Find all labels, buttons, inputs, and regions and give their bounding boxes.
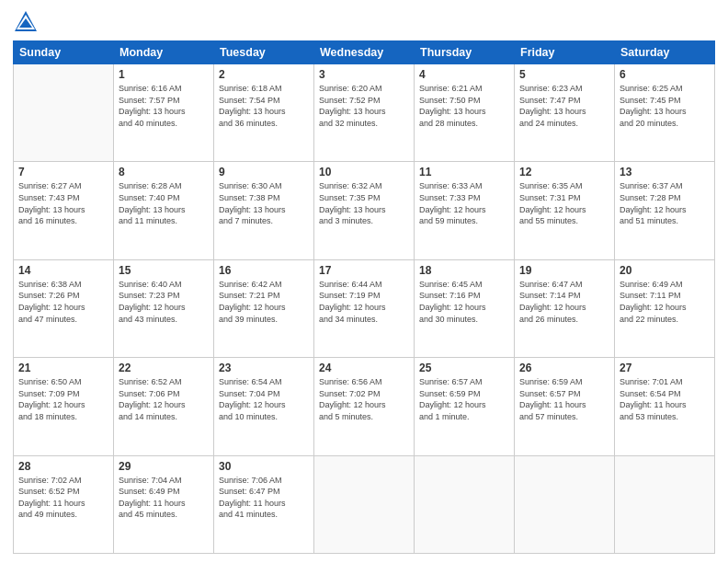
cell-text: Sunrise: 6:30 AM Sunset: 7:38 PM Dayligh… [219, 180, 309, 226]
weekday-header-tuesday: Tuesday [214, 41, 314, 64]
day-number: 24 [319, 362, 409, 374]
day-number: 5 [519, 68, 609, 81]
day-number: 17 [319, 264, 409, 277]
calendar-cell: 10Sunrise: 6:32 AM Sunset: 7:35 PM Dayli… [314, 162, 415, 259]
calendar-cell: 22Sunrise: 6:52 AM Sunset: 7:06 PM Dayli… [114, 358, 214, 455]
day-number: 10 [319, 166, 409, 178]
day-number: 15 [119, 264, 209, 277]
logo [13, 9, 42, 35]
day-number: 21 [18, 362, 108, 374]
day-number: 1 [119, 68, 209, 81]
calendar-cell: 6Sunrise: 6:25 AM Sunset: 7:45 PM Daylig… [615, 64, 715, 162]
calendar-cell: 12Sunrise: 6:35 AM Sunset: 7:31 PM Dayli… [515, 162, 615, 259]
cell-text: Sunrise: 6:27 AM Sunset: 7:43 PM Dayligh… [18, 180, 108, 226]
calendar-cell [615, 455, 715, 553]
week-row-1: 1Sunrise: 6:16 AM Sunset: 7:57 PM Daylig… [14, 64, 715, 162]
day-number: 4 [419, 68, 509, 81]
calendar-cell: 20Sunrise: 6:49 AM Sunset: 7:11 PM Dayli… [615, 259, 715, 357]
calendar-cell: 23Sunrise: 6:54 AM Sunset: 7:04 PM Dayli… [214, 358, 314, 455]
cell-text: Sunrise: 6:44 AM Sunset: 7:19 PM Dayligh… [319, 279, 409, 325]
calendar-cell [515, 455, 615, 553]
calendar-cell: 14Sunrise: 6:38 AM Sunset: 7:26 PM Dayli… [14, 259, 114, 357]
weekday-header-friday: Friday [515, 41, 615, 64]
day-number: 20 [620, 264, 710, 277]
calendar-cell [14, 64, 114, 162]
day-number: 26 [519, 362, 609, 374]
calendar-cell: 11Sunrise: 6:33 AM Sunset: 7:33 PM Dayli… [415, 162, 515, 259]
calendar-cell: 25Sunrise: 6:57 AM Sunset: 6:59 PM Dayli… [415, 358, 515, 455]
calendar-cell: 30Sunrise: 7:06 AM Sunset: 6:47 PM Dayli… [214, 455, 314, 553]
day-number: 27 [620, 362, 710, 374]
calendar-cell: 15Sunrise: 6:40 AM Sunset: 7:23 PM Dayli… [114, 259, 214, 357]
week-row-5: 28Sunrise: 7:02 AM Sunset: 6:52 PM Dayli… [14, 455, 715, 553]
weekday-header-wednesday: Wednesday [314, 41, 415, 64]
weekday-header-row: SundayMondayTuesdayWednesdayThursdayFrid… [14, 41, 715, 64]
cell-text: Sunrise: 6:50 AM Sunset: 7:09 PM Dayligh… [18, 376, 108, 422]
weekday-header-saturday: Saturday [615, 41, 715, 64]
day-number: 2 [219, 68, 309, 81]
cell-text: Sunrise: 6:21 AM Sunset: 7:50 PM Dayligh… [419, 83, 509, 129]
calendar-cell: 4Sunrise: 6:21 AM Sunset: 7:50 PM Daylig… [415, 64, 515, 162]
day-number: 14 [18, 264, 108, 277]
day-number: 19 [519, 264, 609, 277]
cell-text: Sunrise: 6:42 AM Sunset: 7:21 PM Dayligh… [219, 279, 309, 325]
calendar-cell: 13Sunrise: 6:37 AM Sunset: 7:28 PM Dayli… [615, 162, 715, 259]
cell-text: Sunrise: 6:52 AM Sunset: 7:06 PM Dayligh… [119, 376, 209, 422]
day-number: 8 [119, 166, 209, 178]
day-number: 25 [419, 362, 509, 374]
weekday-header-sunday: Sunday [14, 41, 114, 64]
calendar-cell: 24Sunrise: 6:56 AM Sunset: 7:02 PM Dayli… [314, 358, 415, 455]
logo-icon [13, 9, 39, 35]
day-number: 29 [119, 460, 209, 473]
calendar-cell [415, 455, 515, 553]
day-number: 9 [219, 166, 309, 178]
cell-text: Sunrise: 6:16 AM Sunset: 7:57 PM Dayligh… [119, 83, 209, 129]
calendar-cell [314, 455, 415, 553]
day-number: 22 [119, 362, 209, 374]
calendar-cell: 9Sunrise: 6:30 AM Sunset: 7:38 PM Daylig… [214, 162, 314, 259]
calendar-cell: 1Sunrise: 6:16 AM Sunset: 7:57 PM Daylig… [114, 64, 214, 162]
calendar-cell: 5Sunrise: 6:23 AM Sunset: 7:47 PM Daylig… [515, 64, 615, 162]
calendar-page: SundayMondayTuesdayWednesdayThursdayFrid… [0, 0, 728, 563]
calendar-cell: 16Sunrise: 6:42 AM Sunset: 7:21 PM Dayli… [214, 259, 314, 357]
cell-text: Sunrise: 6:38 AM Sunset: 7:26 PM Dayligh… [18, 279, 108, 325]
calendar-cell: 2Sunrise: 6:18 AM Sunset: 7:54 PM Daylig… [214, 64, 314, 162]
calendar-table: SundayMondayTuesdayWednesdayThursdayFrid… [13, 40, 715, 554]
day-number: 3 [319, 68, 409, 81]
week-row-2: 7Sunrise: 6:27 AM Sunset: 7:43 PM Daylig… [14, 162, 715, 259]
cell-text: Sunrise: 7:01 AM Sunset: 6:54 PM Dayligh… [620, 376, 710, 422]
day-number: 28 [18, 460, 108, 473]
calendar-cell: 3Sunrise: 6:20 AM Sunset: 7:52 PM Daylig… [314, 64, 415, 162]
cell-text: Sunrise: 6:56 AM Sunset: 7:02 PM Dayligh… [319, 376, 409, 422]
header [13, 9, 715, 35]
calendar-cell: 7Sunrise: 6:27 AM Sunset: 7:43 PM Daylig… [14, 162, 114, 259]
cell-text: Sunrise: 6:28 AM Sunset: 7:40 PM Dayligh… [119, 180, 209, 226]
cell-text: Sunrise: 7:02 AM Sunset: 6:52 PM Dayligh… [18, 475, 108, 521]
cell-text: Sunrise: 6:32 AM Sunset: 7:35 PM Dayligh… [319, 180, 409, 226]
cell-text: Sunrise: 7:04 AM Sunset: 6:49 PM Dayligh… [119, 475, 209, 521]
cell-text: Sunrise: 6:54 AM Sunset: 7:04 PM Dayligh… [219, 376, 309, 422]
day-number: 30 [219, 460, 309, 473]
calendar-cell: 27Sunrise: 7:01 AM Sunset: 6:54 PM Dayli… [615, 358, 715, 455]
weekday-header-thursday: Thursday [415, 41, 515, 64]
cell-text: Sunrise: 6:25 AM Sunset: 7:45 PM Dayligh… [620, 83, 710, 129]
cell-text: Sunrise: 6:47 AM Sunset: 7:14 PM Dayligh… [519, 279, 609, 325]
cell-text: Sunrise: 7:06 AM Sunset: 6:47 PM Dayligh… [219, 475, 309, 521]
calendar-cell: 8Sunrise: 6:28 AM Sunset: 7:40 PM Daylig… [114, 162, 214, 259]
cell-text: Sunrise: 6:59 AM Sunset: 6:57 PM Dayligh… [519, 376, 609, 422]
day-number: 13 [620, 166, 710, 178]
cell-text: Sunrise: 6:23 AM Sunset: 7:47 PM Dayligh… [519, 83, 609, 129]
day-number: 11 [419, 166, 509, 178]
cell-text: Sunrise: 6:37 AM Sunset: 7:28 PM Dayligh… [620, 180, 710, 226]
cell-text: Sunrise: 6:18 AM Sunset: 7:54 PM Dayligh… [219, 83, 309, 129]
cell-text: Sunrise: 6:20 AM Sunset: 7:52 PM Dayligh… [319, 83, 409, 129]
calendar-cell: 26Sunrise: 6:59 AM Sunset: 6:57 PM Dayli… [515, 358, 615, 455]
cell-text: Sunrise: 6:57 AM Sunset: 6:59 PM Dayligh… [419, 376, 509, 422]
cell-text: Sunrise: 6:49 AM Sunset: 7:11 PM Dayligh… [620, 279, 710, 325]
weekday-header-monday: Monday [114, 41, 214, 64]
day-number: 12 [519, 166, 609, 178]
cell-text: Sunrise: 6:35 AM Sunset: 7:31 PM Dayligh… [519, 180, 609, 226]
calendar-cell: 29Sunrise: 7:04 AM Sunset: 6:49 PM Dayli… [114, 455, 214, 553]
day-number: 6 [620, 68, 710, 81]
calendar-cell: 19Sunrise: 6:47 AM Sunset: 7:14 PM Dayli… [515, 259, 615, 357]
